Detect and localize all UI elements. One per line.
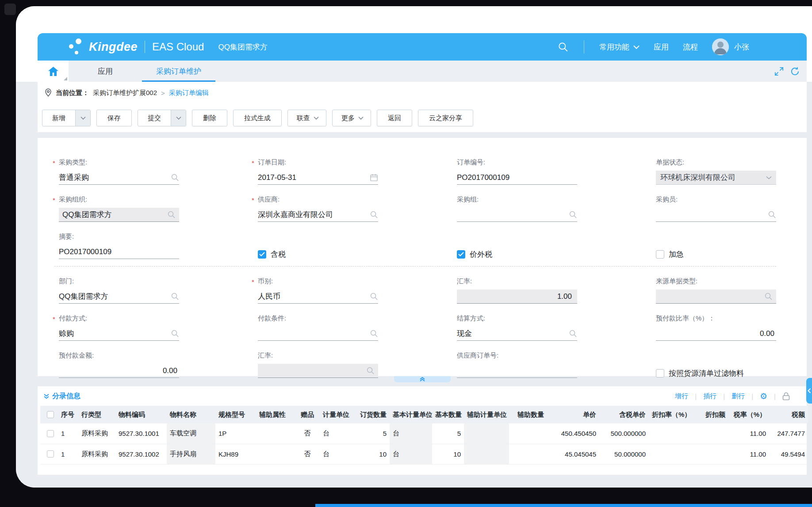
table-cell [509,444,547,464]
department-input[interactable]: QQ集团需求方 [59,290,179,304]
field-label: 摘要: [59,233,179,241]
purchaser-input[interactable] [656,208,776,222]
checkbox-icon[interactable] [656,250,664,259]
purchase-type-field: *采购类型:普通采购 [59,152,179,189]
background-decoration [4,4,16,15]
search-icon[interactable] [557,41,569,53]
required-asterisk: * [252,278,254,286]
nav-application[interactable]: 应用 [654,42,669,52]
purchase-type-input[interactable]: 普通采购 [59,171,179,185]
prepay-amount-field: 预付款金额:0.00 [59,345,179,382]
field-search-icon[interactable] [171,292,179,301]
urgent-checkbox[interactable]: 加急 [656,226,776,263]
refresh-icon[interactable] [790,67,800,76]
extra-tax-checkbox[interactable]: 价外税 [457,226,577,263]
field-search-icon[interactable] [569,329,577,338]
filter-by-source-list-checkbox[interactable]: 按照货源清单过滤物料 [656,345,776,382]
checkbox-icon[interactable] [656,369,664,377]
toolbar-button-6[interactable]: 联查 [287,110,326,126]
app-header: Kingdee EAS Cloud QQ集团需求方 常用功能 应用 流程 [38,33,807,61]
insert-row-button[interactable]: 插行 [703,392,716,400]
doc-status-input[interactable]: 环球机床深圳有限公司 [656,171,776,185]
field-search-icon[interactable] [171,329,179,338]
toolbar-button-8[interactable]: 返回 [377,110,412,126]
split-dropdown-toggle[interactable] [171,110,186,126]
settlement-method-input[interactable]: 现金 [457,327,577,341]
user-block[interactable]: 小张 [712,38,749,55]
toolbar-button-2[interactable]: 保存 [96,110,132,126]
toolbar-button-1[interactable]: 新增 [42,110,91,126]
checkbox-label: 加急 [669,249,684,259]
field-search-icon[interactable] [569,210,577,219]
field-search-icon[interactable] [370,210,378,219]
field-search-icon[interactable] [167,210,176,219]
entries-collapse-icon [44,394,49,399]
delete-row-button[interactable]: 删行 [732,392,745,400]
table-cell [256,423,295,444]
supplier-input[interactable]: 深圳永嘉商业有限公司 [258,208,378,222]
field-search-icon[interactable] [370,329,378,338]
common-functions-menu[interactable]: 常用功能 [599,42,640,52]
supplier-order-no-input[interactable] [457,364,577,378]
field-search-icon[interactable] [764,292,773,301]
toolbar-button-9[interactable]: 云之家分享 [418,110,473,126]
expand-icon[interactable] [774,67,784,76]
table-cell: 5 [355,423,390,444]
currency-input[interactable]: 人民币 [258,290,378,304]
entries-card: 分录信息 增行 | 插行 | 删行 | ⚙ | 序号行类型物料编码物料名称规格型… [38,386,807,475]
prepay-amount-input[interactable]: 0.00 [59,364,179,378]
prepay-ratio-input[interactable]: 0.00 [656,327,776,341]
row-checkbox[interactable] [47,430,54,437]
chevron-down-icon [80,116,86,120]
breadcrumb-current[interactable]: 采购订单编辑 [169,89,209,97]
field-calendar-icon[interactable] [370,173,378,182]
tab-home[interactable] [38,61,69,82]
payment-terms-input[interactable] [258,327,378,341]
order-number-input[interactable]: PO2017000109 [457,171,577,185]
table-cell: 手持风扇 [167,444,215,464]
purchase-group-input[interactable] [457,208,577,222]
checkbox-icon[interactable] [457,250,465,259]
tab-application[interactable]: 应用 [69,61,142,82]
table-cell: 台 [390,423,432,444]
tax-included-checkbox[interactable]: 含税 [258,226,378,263]
exchange-rate-2-input[interactable] [258,364,378,378]
toolbar-button-5[interactable]: 拉式生成 [233,110,282,126]
select-all-checkbox[interactable] [47,411,54,418]
collapse-form-button[interactable] [394,376,451,382]
field-search-icon[interactable] [370,292,378,301]
field-value: 2017-05-31 [258,173,370,182]
row-checkbox[interactable] [47,450,54,457]
payment-method-input[interactable]: 赊购 [59,327,179,341]
purchase-org-input[interactable]: QQ集团需求方 [59,208,179,222]
field-label: *采购组织: [59,195,179,204]
column-header: 辅助计量单位 [464,406,509,423]
search-icon [370,329,378,338]
add-row-button[interactable]: 增行 [675,392,688,400]
toolbar-button-4[interactable]: 删除 [192,110,227,126]
entries-title[interactable]: 分录信息 [44,392,80,401]
side-panel-handle[interactable] [806,378,812,404]
summary-input[interactable]: PO2017000109 [59,245,179,259]
field-label: *供应商: [258,195,378,204]
field-search-icon[interactable] [768,210,776,219]
lock-icon[interactable] [782,392,790,400]
select-chevron[interactable] [766,176,772,179]
order-date-input[interactable]: 2017-05-31 [258,171,378,185]
tab-purchase-order-maintenance[interactable]: 采购订单维护 [142,61,215,82]
nav-process[interactable]: 流程 [683,42,698,52]
checkbox-icon[interactable] [258,250,266,259]
chevron-down-icon [358,116,364,120]
exchange-rate-input[interactable]: 1.00 [457,290,577,304]
field-search-icon[interactable] [366,366,375,375]
toolbar-button-7[interactable]: 更多 [332,110,371,126]
column-header: 税额 [769,406,808,423]
gear-icon[interactable]: ⚙ [760,392,767,400]
field-value: QQ集团需求方 [59,291,171,301]
column-header: 订货数量 [355,406,390,423]
source-doc-type-input[interactable] [656,290,776,304]
page-content: 当前位置： 采购订单维护扩展002 > 采购订单编辑 新增保存提交删除拉式生成联… [16,82,812,488]
split-dropdown-toggle[interactable] [75,110,90,126]
field-search-icon[interactable] [171,173,179,182]
toolbar-button-3[interactable]: 提交 [138,110,186,126]
